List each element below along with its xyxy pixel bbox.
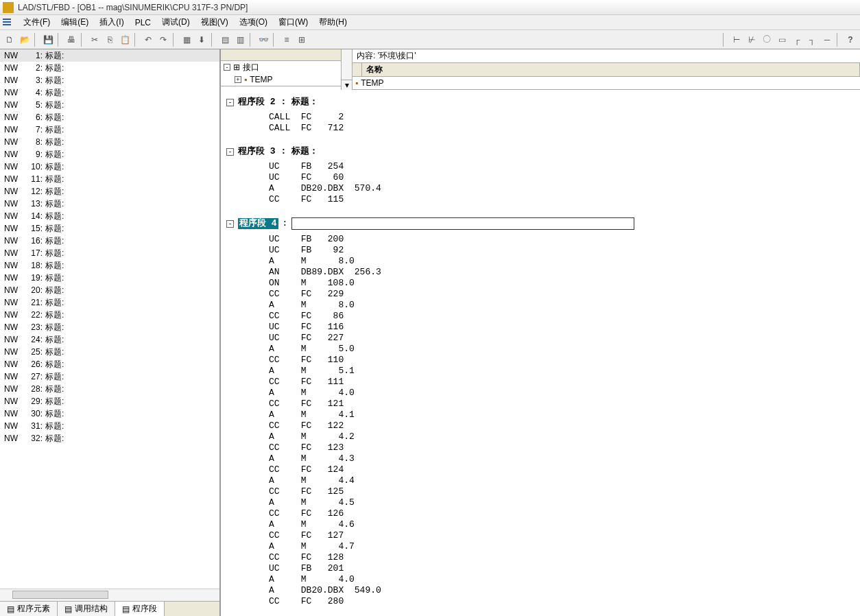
collapse-icon[interactable]: - <box>226 148 234 156</box>
code-line[interactable]: CC FC 127 <box>226 530 855 541</box>
code-line[interactable]: CC FC 280 <box>226 596 855 607</box>
menu-insert[interactable]: 插入(I) <box>94 16 129 28</box>
network-row[interactable]: NW16:标题: <box>0 235 219 247</box>
code-line[interactable]: UC FB 92 <box>226 245 855 256</box>
code-line[interactable]: A DB20.DBX 549.0 <box>226 585 855 596</box>
code-line[interactable]: CC FC 111 <box>226 377 855 388</box>
network-row[interactable]: NW6:标题: <box>0 111 219 123</box>
network-row[interactable]: NW28:标题: <box>0 383 219 395</box>
segment-title-input[interactable] <box>291 217 634 230</box>
network-row[interactable]: NW17:标题: <box>0 247 219 259</box>
block-icon[interactable]: ▦ <box>180 33 193 47</box>
network-row[interactable]: NW23:标题: <box>0 321 219 333</box>
network-row[interactable]: NW10:标题: <box>0 161 219 173</box>
box-icon[interactable]: ▭ <box>775 33 789 47</box>
save-icon[interactable]: 💾 <box>41 33 55 47</box>
paste-icon[interactable]: 📋 <box>118 33 132 47</box>
code-line[interactable]: A M 4.1 <box>226 410 855 420</box>
code-line[interactable]: A M 4.7 <box>226 541 855 552</box>
code-line[interactable]: CC FC 121 <box>226 399 855 410</box>
network-row[interactable]: NW2:标题: <box>0 62 219 74</box>
menu-window[interactable]: 窗口(W) <box>273 16 313 28</box>
tree-temp[interactable]: + ▪ TEMP <box>221 73 341 86</box>
download-icon[interactable]: ⬇ <box>195 33 208 47</box>
tab-program-elements[interactable]: ▤ 程序元素 <box>0 602 58 616</box>
nw-icon[interactable]: ⊞ <box>295 33 309 47</box>
code-line[interactable]: A M 4.6 <box>226 519 855 530</box>
menu-debug[interactable]: 调试(D) <box>156 16 195 28</box>
code-line[interactable]: UC FC 227 <box>226 333 855 344</box>
tree-icon[interactable]: ▤ <box>218 33 232 47</box>
network-row[interactable]: NW18:标题: <box>0 259 219 272</box>
code-line[interactable]: CC FC 123 <box>226 442 855 453</box>
code-line[interactable]: CC FC 125 <box>226 486 855 497</box>
code-line[interactable]: AN DB89.DBX 256.3 <box>226 267 855 278</box>
network-row[interactable]: NW29:标题: <box>0 395 219 407</box>
row-temp[interactable]: ▪ TEMP <box>353 77 860 90</box>
menu-plc[interactable]: PLC <box>130 18 156 27</box>
h-scrollbar[interactable] <box>0 589 219 601</box>
code-line[interactable]: ON M 108.0 <box>226 278 855 289</box>
network-row[interactable]: NW24:标题: <box>0 333 219 346</box>
code-line[interactable]: CC FC 229 <box>226 289 855 300</box>
network-list[interactable]: NW1:标题:NW2:标题:NW3:标题:NW4:标题:NW5:标题:NW6:标… <box>0 49 219 589</box>
menu-help[interactable]: 帮助(H) <box>313 16 353 28</box>
branch-open-icon[interactable]: ┌ <box>790 33 804 47</box>
branch-close-icon[interactable]: ┐ <box>805 33 819 47</box>
code-line[interactable]: CALL FC 2 <box>226 112 855 123</box>
contact-n-icon[interactable]: ⊬ <box>745 33 759 47</box>
code-line[interactable]: CC FC 122 <box>226 420 855 431</box>
connect-icon[interactable]: ─ <box>820 33 834 47</box>
code-line[interactable]: CC FC 110 <box>226 355 855 366</box>
network-row[interactable]: NW5:标题: <box>0 99 219 111</box>
network-row[interactable]: NW7:标题: <box>0 123 219 136</box>
code-line[interactable]: A M 4.3 <box>226 453 855 464</box>
code-line[interactable]: UC FC 116 <box>226 322 855 333</box>
tab-networks[interactable]: ▤ 程序段 <box>115 602 165 616</box>
menu-edit[interactable]: 编辑(E) <box>56 16 94 28</box>
code-line[interactable]: CC FC 124 <box>226 464 855 475</box>
help-icon[interactable]: ? <box>844 33 857 47</box>
print-icon[interactable]: 🖶 <box>64 33 78 47</box>
menu-file[interactable]: 文件(F) <box>18 16 56 28</box>
network-row[interactable]: NW22:标题: <box>0 309 219 321</box>
code-line[interactable]: UC FB 201 <box>226 563 855 574</box>
network-row[interactable]: NW13:标题: <box>0 198 219 210</box>
mdi-icon[interactable] <box>3 19 12 27</box>
collapse-icon[interactable]: - <box>226 220 234 228</box>
new-icon[interactable]: 🗋 <box>3 33 16 47</box>
code-line[interactable]: A M 8.0 <box>226 300 855 311</box>
network-row[interactable]: NW11:标题: <box>0 173 219 185</box>
collapse-icon[interactable]: - <box>224 64 230 71</box>
collapse-icon[interactable]: - <box>226 99 234 106</box>
network-row[interactable]: NW25:标题: <box>0 346 219 358</box>
monitor-icon[interactable]: 👓 <box>256 33 270 47</box>
code-line[interactable]: A DB20.DBX 570.4 <box>226 183 855 194</box>
network-row[interactable]: NW21:标题: <box>0 296 219 309</box>
network-row[interactable]: NW1:标题: <box>0 49 219 62</box>
network-row[interactable]: NW9:标题: <box>0 148 219 161</box>
contact-icon[interactable]: ⊢ <box>730 33 743 47</box>
dropdown-icon[interactable]: ▾ <box>342 80 352 90</box>
cut-icon[interactable]: ✂ <box>88 33 101 47</box>
network-row[interactable]: NW26:标题: <box>0 358 219 370</box>
code-line[interactable]: A M 8.0 <box>226 256 855 267</box>
code-line[interactable]: UC FB 200 <box>226 234 855 245</box>
code-line[interactable]: A M 4.2 <box>226 431 855 442</box>
code-line[interactable]: CC FC 86 <box>226 311 855 322</box>
network-row[interactable]: NW4:标题: <box>0 86 219 99</box>
network-row[interactable]: NW20:标题: <box>0 284 219 296</box>
code-line[interactable]: A M 5.0 <box>226 344 855 355</box>
code-line[interactable]: CC FC 115 <box>226 194 855 205</box>
copy-icon[interactable]: ⎘ <box>103 33 117 47</box>
code-line[interactable]: A M 4.0 <box>226 388 855 399</box>
code-line[interactable]: A M 5.1 <box>226 366 855 377</box>
network-row[interactable]: NW31:标题: <box>0 420 219 432</box>
menu-options[interactable]: 选项(O) <box>234 16 273 28</box>
network-row[interactable]: NW32:标题: <box>0 432 219 445</box>
tab-call-structure[interactable]: ▤ 调用结构 <box>58 602 115 616</box>
code-line[interactable]: A M 4.5 <box>226 497 855 508</box>
nw-insert-icon[interactable]: ≡ <box>280 33 294 47</box>
code-line[interactable]: CC FC 128 <box>226 552 855 563</box>
network-row[interactable]: NW12:标题: <box>0 185 219 198</box>
